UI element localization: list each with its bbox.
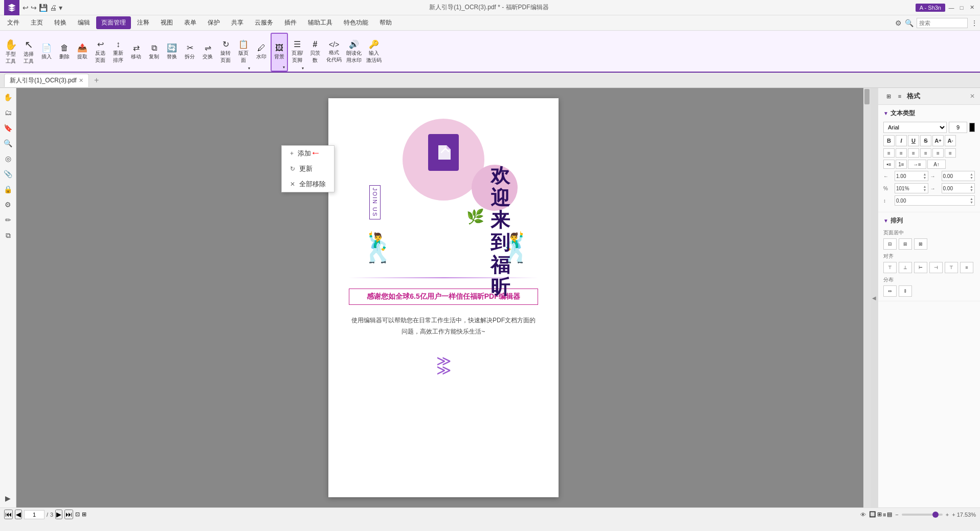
sidebar-properties[interactable]: ⚙ xyxy=(1,197,15,212)
zoom-in-btn[interactable]: + xyxy=(946,512,949,518)
move-btn[interactable]: ⇄ 移动 xyxy=(127,33,145,72)
tab-close-btn[interactable]: ✕ xyxy=(79,77,83,84)
sidebar-sign[interactable]: ✏ xyxy=(1,213,15,227)
bold-btn[interactable]: B xyxy=(883,135,895,146)
activate-btn[interactable]: 🔑 输入激活码 xyxy=(364,33,384,72)
current-page-input[interactable] xyxy=(24,510,44,519)
header-footer-btn[interactable]: ☰ 页眉/页脚 ▾ xyxy=(288,33,306,72)
format-code-btn[interactable]: </> 格式化代码 xyxy=(324,33,344,72)
subscript-btn[interactable]: A- xyxy=(945,135,956,146)
dropdown-add[interactable]: + 添加 xyxy=(282,146,334,161)
hand-tool-btn[interactable]: ✋ 手型工具 xyxy=(2,33,19,72)
background-btn[interactable]: 🖼 背景 ▾ xyxy=(271,33,288,72)
align-middle-btn[interactable]: ⊥ xyxy=(899,262,912,273)
center-both-btn[interactable]: ⊠ xyxy=(914,238,927,250)
grid-view-btn[interactable]: ⊞ xyxy=(883,91,894,101)
settings-icon[interactable]: ⚙ xyxy=(895,19,902,27)
sidebar-search[interactable]: 🔍 xyxy=(1,136,15,150)
close-btn[interactable]: ✕ xyxy=(968,4,976,12)
vertical-scrollbar[interactable] xyxy=(863,88,871,507)
customize-icon[interactable]: ▾ xyxy=(59,4,62,12)
menu-protect[interactable]: 保护 xyxy=(203,16,225,29)
align-justify2-btn[interactable]: ≡ xyxy=(932,148,944,158)
cover-page-btn[interactable]: ▤ xyxy=(887,511,892,518)
reorder-btn[interactable]: ↕ 重新排序 xyxy=(109,33,127,72)
menu-help[interactable]: 帮助 xyxy=(374,16,397,29)
align-right-btn[interactable]: ≡ xyxy=(908,148,919,158)
sidebar-bookmarks[interactable]: 🔖 xyxy=(1,121,15,135)
align-justify3-btn[interactable]: ≡ xyxy=(945,148,956,158)
font-color-picker[interactable] xyxy=(969,123,975,132)
bullet-list-btn[interactable]: •≡ xyxy=(883,160,895,169)
prev-page-btn[interactable]: ◀ xyxy=(15,510,22,519)
right-panel-collapse[interactable]: ◀ xyxy=(871,88,878,507)
menu-edit[interactable]: 编辑 xyxy=(73,16,95,29)
fit-page-btn[interactable]: ⊞ xyxy=(82,511,86,518)
swap-btn[interactable]: ⇌ 交换 xyxy=(199,33,216,72)
align-center-btn[interactable]: ≡ xyxy=(896,148,907,158)
italic-btn[interactable]: I xyxy=(896,135,907,146)
strikethrough-btn[interactable]: S xyxy=(920,135,931,146)
scrollbar-thumb[interactable] xyxy=(864,89,870,104)
pdf-content-area[interactable]: + 添加 ↻ 更新 ✕ 全部移除 ← xyxy=(16,88,871,507)
align-top-btn[interactable]: ⊤ xyxy=(883,262,897,273)
dropdown-update[interactable]: ↻ 更新 xyxy=(282,161,334,176)
last-page-btn[interactable]: ⏭ xyxy=(64,510,73,519)
search-input[interactable] xyxy=(917,18,968,28)
maximize-btn[interactable]: □ xyxy=(957,4,966,12)
reverse-btn[interactable]: ↩ 反选页面 xyxy=(92,33,109,72)
split-btn[interactable]: ✂ 拆分 xyxy=(181,33,198,72)
menu-form[interactable]: 表单 xyxy=(179,16,202,29)
rotate-btn[interactable]: ↻ 旋转页面 xyxy=(217,33,234,72)
number-list-btn[interactable]: 1≡ xyxy=(896,160,907,169)
font-family-select[interactable]: Arial Times New Roman xyxy=(883,122,947,133)
first-page-btn[interactable]: ⏮ xyxy=(4,510,13,519)
menu-home[interactable]: 主页 xyxy=(26,16,48,29)
more-options-icon[interactable]: ⋮ xyxy=(971,19,978,27)
minimize-btn[interactable]: — xyxy=(947,4,955,12)
redo-icon[interactable]: ↪ xyxy=(31,4,37,12)
dist-h-btn[interactable]: ⇔ xyxy=(883,285,897,297)
menu-page-manage[interactable]: 页面管理 xyxy=(96,16,131,29)
sidebar-hand-tool[interactable]: ✋ xyxy=(1,90,15,104)
menu-tools[interactable]: 辅助工具 xyxy=(303,16,338,29)
scroll-page-btn[interactable]: ≡ xyxy=(883,511,886,518)
menu-view[interactable]: 视图 xyxy=(155,16,178,29)
undo-icon[interactable]: ↩ xyxy=(23,4,29,12)
menu-convert[interactable]: 转换 xyxy=(49,16,72,29)
single-page-btn[interactable]: 🔲 xyxy=(869,511,876,518)
center-v-btn[interactable]: ⊞ xyxy=(899,238,912,250)
indent-btn[interactable]: →≡ xyxy=(908,160,926,169)
active-tab[interactable]: 新人引导(1)_OCR(3).pdf ✕ xyxy=(4,74,89,87)
spacing-percent-input[interactable]: 101% ▲▼ xyxy=(895,183,928,193)
sidebar-copy[interactable]: ⧉ xyxy=(1,228,15,242)
center-h-btn[interactable]: ⊟ xyxy=(883,238,897,250)
menu-comment[interactable]: 注释 xyxy=(132,16,154,29)
zoom-slider[interactable] xyxy=(902,514,943,516)
watermark-btn[interactable]: 🖊 水印 xyxy=(253,33,270,72)
panel-close-btn[interactable]: ✕ xyxy=(970,93,975,100)
insert-btn[interactable]: 📄 插入 xyxy=(38,33,55,72)
align-center2-btn[interactable]: ≡ xyxy=(960,262,973,273)
sidebar-security[interactable]: 🔒 xyxy=(1,182,15,196)
text-size-increase[interactable]: A↑ xyxy=(927,160,946,169)
fit-width-btn[interactable]: ⊡ xyxy=(75,511,80,518)
tts-btn[interactable]: 🔊 朗读化用水印 xyxy=(344,33,364,72)
search-icon[interactable]: 🔍 xyxy=(905,19,914,27)
menu-special[interactable]: 特色功能 xyxy=(339,16,373,29)
sidebar-pages[interactable]: 🗂 xyxy=(1,105,15,120)
save-icon[interactable]: 💾 xyxy=(39,4,48,12)
superscript-btn[interactable]: A+ xyxy=(932,135,944,146)
delete-btn[interactable]: 🗑 删除 xyxy=(56,33,73,72)
align-right2-btn[interactable]: ⊤ xyxy=(945,262,958,273)
dist-v-btn[interactable]: ⇕ xyxy=(899,285,912,297)
menu-plugin[interactable]: 插件 xyxy=(279,16,302,29)
spacing-right-input[interactable]: 0.00 ▲▼ xyxy=(942,171,975,181)
menu-file[interactable]: 文件 xyxy=(2,16,25,29)
new-tab-btn[interactable]: + xyxy=(91,75,102,86)
list-view-btn[interactable]: ≡ xyxy=(895,91,905,101)
align-justify-btn[interactable]: ≡ xyxy=(920,148,931,158)
next-page-btn[interactable]: ▶ xyxy=(55,510,62,519)
spacing-left-input[interactable]: 1.00 ▲▼ xyxy=(895,171,928,181)
duplicate-btn[interactable]: 📋 版页面 ▾ xyxy=(235,33,252,72)
